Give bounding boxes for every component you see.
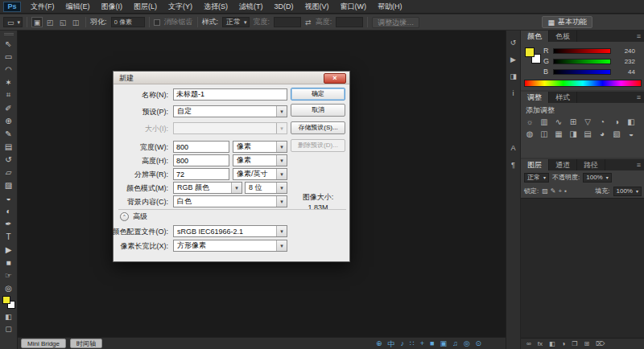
preset-select[interactable]: 自定 ▾ xyxy=(173,105,287,117)
channel-mixer-icon[interactable]: ◫ xyxy=(537,128,551,140)
new-selection-icon[interactable]: ▣ xyxy=(31,17,43,27)
window-icon[interactable]: ▣ xyxy=(440,339,447,349)
brush-tool-icon[interactable]: ✎ xyxy=(1,127,17,140)
menu-item-7[interactable]: 3D(D) xyxy=(269,0,299,14)
target-move-icon[interactable]: ⊕ xyxy=(376,339,382,349)
style-select[interactable]: 正常 ▾ xyxy=(222,17,250,27)
panel-menu-icon[interactable]: ≡ xyxy=(633,92,644,103)
move-tool-icon[interactable]: ⇖ xyxy=(1,37,17,50)
info-panel-icon[interactable]: i xyxy=(512,89,514,97)
lock-all-icon[interactable]: ▪ xyxy=(564,187,567,195)
layer-mask-icon[interactable]: ◧ xyxy=(549,340,555,347)
menu-item-6[interactable]: 滤镜(T) xyxy=(233,0,269,14)
gradient-tool-icon[interactable]: ▨ xyxy=(1,179,17,191)
type-tool-icon[interactable]: T xyxy=(1,230,17,243)
dots-grid-icon[interactable]: ∷ xyxy=(410,339,415,349)
history-brush-tool-icon[interactable]: ↺ xyxy=(1,153,17,166)
opacity-select[interactable]: 100% ▾ xyxy=(583,173,611,183)
color-swatches[interactable] xyxy=(2,296,15,309)
adjust-tab-1[interactable]: 样式 xyxy=(549,92,577,103)
crop-tool-icon[interactable]: ⌗ xyxy=(1,88,17,101)
fill-select[interactable]: 100% ▾ xyxy=(613,187,642,196)
quick-selection-tool-icon[interactable]: ✶ xyxy=(1,76,17,88)
selective-color-icon[interactable]: ◒ xyxy=(624,128,638,140)
resolution-unit-select[interactable]: 像素/英寸 ▾ xyxy=(233,168,287,180)
layer-group-icon[interactable]: ❒ xyxy=(572,340,577,347)
gradient-map-icon[interactable]: ▧ xyxy=(609,128,624,140)
eraser-tool-icon[interactable]: ▱ xyxy=(1,166,17,179)
brightness-contrast-icon[interactable]: ☼ xyxy=(522,116,537,128)
anti-alias-checkbox[interactable] xyxy=(154,19,160,26)
dialog-title[interactable]: 新建 xyxy=(114,72,349,84)
green-slider[interactable] xyxy=(553,59,611,64)
marquee-tool-icon[interactable]: ▭ xyxy=(1,50,17,63)
menu-item-1[interactable]: 编辑(E) xyxy=(60,0,96,14)
pixel-aspect-select[interactable]: 方形像素 ▾ xyxy=(173,240,287,252)
delete-layer-icon[interactable]: ⌦ xyxy=(596,340,605,347)
menu-item-5[interactable]: 选择(S) xyxy=(198,0,233,14)
dot-circle-icon[interactable]: ⊙ xyxy=(476,339,482,349)
curves-icon[interactable]: ∿ xyxy=(551,116,566,128)
lasso-tool-icon[interactable]: ◠ xyxy=(1,63,17,76)
music-icon[interactable]: ♫ xyxy=(452,339,458,349)
color-mode-select[interactable]: RGB 颜色 ▾ xyxy=(173,182,242,194)
screen-mode-icon[interactable]: ▢ xyxy=(1,322,17,335)
height-input[interactable] xyxy=(173,154,229,166)
tool-preset-picker[interactable]: ▭ ▾ xyxy=(3,17,23,27)
blur-tool-icon[interactable]: ◒ xyxy=(1,191,17,204)
color-tab-0[interactable]: 颜色 xyxy=(521,31,549,42)
zoom-tool-icon[interactable]: ◎ xyxy=(1,281,17,294)
height-input[interactable] xyxy=(336,17,363,27)
panel-color-swatches[interactable] xyxy=(525,47,541,64)
workspace-switcher[interactable]: ▦ 基本功能 xyxy=(542,16,592,28)
width-input[interactable] xyxy=(173,141,229,153)
width-input[interactable] xyxy=(274,17,301,27)
timeline-button[interactable]: 时间轴 xyxy=(70,339,102,348)
save-preset-button[interactable]: 存储预设(S)... xyxy=(291,121,345,134)
quick-mask-icon[interactable]: ◧ xyxy=(1,310,17,322)
menu-item-0[interactable]: 文件(F) xyxy=(25,0,60,14)
red-slider[interactable] xyxy=(553,48,611,54)
clone-stamp-tool-icon[interactable]: ▤ xyxy=(1,140,17,153)
subtract-selection-icon[interactable]: ◱ xyxy=(57,17,68,27)
intersect-selection-icon[interactable]: ◫ xyxy=(70,17,81,27)
menu-item-3[interactable]: 图层(L) xyxy=(128,0,163,14)
lock-position-icon[interactable]: + xyxy=(559,187,563,195)
panel-menu-icon[interactable]: ≡ xyxy=(633,31,644,42)
vibrance-icon[interactable]: ▽ xyxy=(580,116,595,128)
delete-preset-button[interactable]: 删除预设(D)... xyxy=(291,139,345,152)
posterize-icon[interactable]: ▤ xyxy=(580,128,595,140)
ok-button[interactable]: 确定 xyxy=(291,88,345,101)
resolution-input[interactable] xyxy=(173,168,229,180)
menu-item-10[interactable]: 帮助(H) xyxy=(372,0,408,14)
foreground-color-swatch[interactable] xyxy=(525,47,535,57)
actions-panel-icon[interactable]: ▶ xyxy=(510,55,516,64)
swap-dimensions-icon[interactable]: ⇄ xyxy=(305,18,312,27)
zoom-icon[interactable]: ◎ xyxy=(464,339,470,349)
black-white-icon[interactable]: ◧ xyxy=(624,116,638,128)
lock-transparency-icon[interactable]: ▨ xyxy=(542,187,548,195)
hand-tool-icon[interactable]: ☞ xyxy=(1,269,17,281)
color-spectrum-ramp[interactable] xyxy=(524,80,642,87)
cancel-button[interactable]: 取消 xyxy=(291,104,345,117)
link-layers-icon[interactable]: ∞ xyxy=(526,340,531,347)
eyedropper-tool-icon[interactable]: ✐ xyxy=(1,101,17,114)
zhong-icon[interactable]: 中 xyxy=(388,339,395,349)
layer-style-icon[interactable]: fx xyxy=(538,340,543,347)
collapse-advanced-icon[interactable]: ^ xyxy=(120,212,129,221)
name-input[interactable] xyxy=(173,88,287,101)
cross-icon[interactable]: + xyxy=(420,339,424,349)
stop-icon[interactable]: ■ xyxy=(430,339,434,349)
properties-panel-icon[interactable]: ◨ xyxy=(510,72,517,80)
pen-tool-icon[interactable]: ✒ xyxy=(1,217,17,230)
layers-list[interactable] xyxy=(521,198,644,338)
paragraph-panel-icon[interactable]: ¶ xyxy=(511,161,515,169)
mini-bridge-button[interactable]: Mini Bridge xyxy=(21,339,66,348)
color-balance-icon[interactable]: ◑ xyxy=(609,116,624,128)
new-layer-icon[interactable]: ⊞ xyxy=(584,340,590,347)
path-selection-tool-icon[interactable]: ▶ xyxy=(1,243,17,256)
add-selection-icon[interactable]: ◰ xyxy=(44,17,56,27)
menu-item-8[interactable]: 视图(V) xyxy=(299,0,335,14)
photo-filter-icon[interactable]: ◍ xyxy=(522,128,537,140)
close-icon[interactable]: × xyxy=(324,73,346,84)
